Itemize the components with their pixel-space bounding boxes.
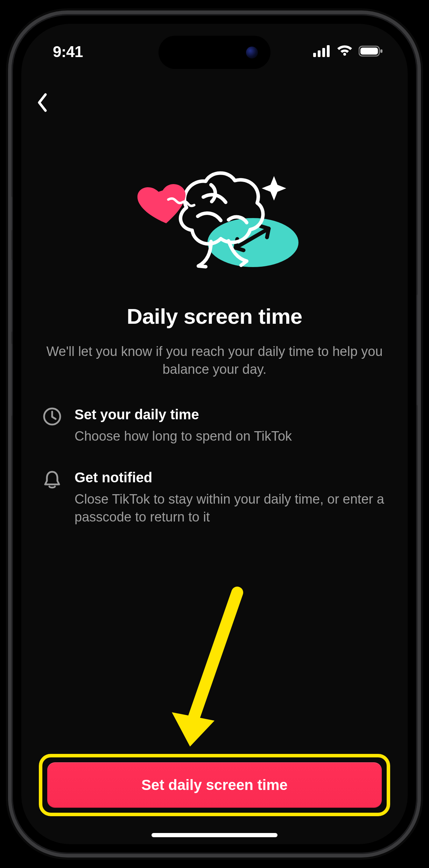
svg-point-7 bbox=[208, 218, 298, 267]
nav-bar bbox=[21, 87, 408, 118]
feature-desc: Choose how long to spend on TikTok bbox=[75, 427, 292, 445]
bottom-area: Set daily screen time bbox=[21, 754, 408, 844]
power-button bbox=[417, 294, 420, 406]
svg-rect-2 bbox=[322, 48, 325, 57]
svg-rect-0 bbox=[313, 53, 316, 57]
svg-marker-10 bbox=[172, 712, 215, 747]
status-indicators bbox=[313, 45, 383, 58]
home-indicator[interactable] bbox=[152, 833, 277, 837]
volume-up-button bbox=[9, 259, 12, 332]
brain-heart-icon bbox=[124, 160, 305, 276]
mute-switch bbox=[9, 196, 12, 231]
feature-desc: Close TikTok to stay within your daily t… bbox=[75, 490, 387, 526]
annotation-arrow-icon bbox=[169, 586, 260, 751]
status-time: 9:41 bbox=[53, 43, 83, 61]
battery-icon bbox=[359, 45, 383, 58]
cta-highlight-box: Set daily screen time bbox=[39, 754, 390, 816]
svg-rect-1 bbox=[318, 50, 321, 57]
feature-title: Set your daily time bbox=[75, 407, 292, 422]
dynamic-island bbox=[159, 36, 270, 69]
wifi-icon bbox=[336, 45, 353, 58]
volume-down-button bbox=[9, 343, 12, 416]
bell-icon bbox=[42, 470, 62, 489]
feature-set-time: Set your daily time Choose how long to s… bbox=[42, 407, 387, 445]
cta-label: Set daily screen time bbox=[141, 777, 288, 793]
chevron-left-icon bbox=[36, 93, 48, 112]
svg-rect-5 bbox=[360, 48, 378, 55]
feature-list: Set your daily time Choose how long to s… bbox=[42, 407, 387, 526]
svg-line-9 bbox=[194, 593, 237, 719]
page-title: Daily screen time bbox=[21, 304, 408, 329]
screen: 9:41 bbox=[21, 24, 408, 844]
back-button[interactable] bbox=[32, 92, 53, 113]
hero-illustration bbox=[21, 160, 408, 276]
phone-frame: 9:41 bbox=[8, 10, 421, 858]
svg-rect-6 bbox=[380, 49, 382, 53]
svg-rect-3 bbox=[327, 45, 330, 57]
page-content: Daily screen time We'll let you know if … bbox=[21, 24, 408, 844]
cellular-icon bbox=[313, 45, 331, 58]
clock-icon bbox=[42, 407, 62, 426]
page-subtitle: We'll let you know if you reach your dai… bbox=[46, 343, 383, 379]
set-daily-screen-time-button[interactable]: Set daily screen time bbox=[47, 762, 382, 808]
feature-title: Get notified bbox=[75, 470, 387, 485]
feature-get-notified: Get notified Close TikTok to stay within… bbox=[42, 470, 387, 526]
